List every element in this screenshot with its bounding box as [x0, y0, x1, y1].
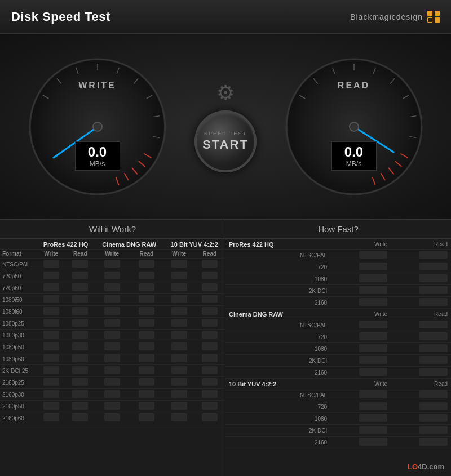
data-cell	[330, 250, 391, 261]
table-row: 2160p25	[0, 377, 225, 389]
format-cell: 1080	[226, 413, 330, 425]
data-cell	[37, 318, 66, 330]
data-cell	[163, 377, 194, 389]
data-cell	[37, 365, 66, 377]
format-cell: 2160	[226, 297, 330, 309]
data-cell	[194, 365, 225, 377]
data-cell	[37, 282, 66, 294]
table-row: 1080p25	[0, 318, 225, 330]
cdng-read-header: Read	[129, 250, 163, 259]
write-col-header: Write	[330, 239, 391, 250]
table-row: 2K DCI	[226, 355, 451, 367]
data-cell	[194, 377, 225, 389]
table-row: 2K DCI	[226, 425, 451, 437]
data-cell	[37, 389, 66, 401]
data-cell	[163, 294, 194, 306]
table-row: ProRes 422 HQWriteRead	[226, 239, 451, 250]
write-gauge: WRITE 0.0 MB/s	[24, 54, 171, 200]
will-it-work-panel: Will it Work? ProRes 422 HQ Cinema DNG R…	[0, 220, 226, 476]
data-cell	[129, 341, 163, 353]
format-cell: 720	[226, 331, 330, 343]
svg-point-35	[350, 122, 359, 131]
data-cell	[95, 401, 129, 412]
data-cell	[163, 318, 194, 330]
will-it-work-header: Will it Work?	[0, 220, 225, 239]
data-cell	[37, 341, 66, 353]
data-cell	[129, 412, 163, 424]
start-button[interactable]: SPEED TEST START	[194, 110, 257, 172]
data-cell	[330, 343, 391, 355]
table-row: NTSC/PAL	[0, 259, 225, 270]
format-cell: 2160p25	[0, 377, 37, 389]
table-row: 2K DCI	[226, 285, 451, 297]
format-cell: 2K DCI	[226, 355, 330, 367]
data-cell	[194, 353, 225, 365]
write-value: 0.0	[83, 144, 112, 160]
data-section: Will it Work? ProRes 422 HQ Cinema DNG R…	[0, 220, 451, 476]
table-row: 2160	[226, 437, 451, 448]
format-cell: 1080p30	[0, 330, 37, 341]
format-cell: 720p50	[0, 270, 37, 282]
read-gauge-label: READ	[281, 81, 427, 91]
data-cell	[391, 319, 451, 331]
table-row: 1080p60	[0, 353, 225, 365]
table-row: 1080i50	[0, 294, 225, 306]
format-cell: 1080i60	[0, 306, 37, 318]
write-col-header: Write	[330, 379, 391, 389]
data-cell	[163, 341, 194, 353]
data-cell	[391, 343, 451, 355]
app-header: Disk Speed Test Blackmagicdesign	[0, 0, 451, 34]
table-row: 2160p50	[0, 401, 225, 412]
data-cell	[129, 389, 163, 401]
data-cell	[95, 318, 129, 330]
settings-icon[interactable]: ⚙	[214, 81, 237, 105]
format-cell: 2160	[226, 437, 330, 448]
data-cell	[95, 294, 129, 306]
table-row: 1080i60	[0, 306, 225, 318]
data-cell	[391, 425, 451, 437]
data-cell	[66, 341, 95, 353]
data-cell	[194, 259, 225, 270]
data-cell	[129, 259, 163, 270]
data-cell	[129, 294, 163, 306]
data-cell	[95, 259, 129, 270]
data-cell	[66, 365, 95, 377]
format-cell: 1080p25	[0, 318, 37, 330]
format-cell: 1080p50	[0, 341, 37, 353]
format-cell: 720	[226, 261, 330, 273]
data-cell	[66, 412, 95, 424]
read-value-box: 0.0 MB/s	[331, 141, 377, 171]
format-cell: 2160p60	[0, 412, 37, 424]
read-col-header: Read	[391, 379, 451, 389]
data-cell	[37, 306, 66, 318]
data-cell	[95, 282, 129, 294]
will-it-work-table: ProRes 422 HQ Cinema DNG RAW 10 Bit YUV …	[0, 239, 225, 424]
data-cell	[37, 401, 66, 412]
write-gauge-svg	[24, 54, 171, 200]
data-cell	[391, 250, 451, 261]
data-cell	[330, 285, 391, 297]
data-cell	[95, 270, 129, 282]
data-cell	[66, 330, 95, 341]
prores-group-header: ProRes 422 HQ	[37, 239, 95, 250]
format-cell: 2160p50	[0, 401, 37, 412]
data-cell	[129, 330, 163, 341]
brand-name: Blackmagicdesign	[350, 12, 423, 21]
table-row: 1080p30	[0, 330, 225, 341]
group-headers-row: ProRes 422 HQ Cinema DNG RAW 10 Bit YUV …	[0, 239, 225, 250]
data-cell	[95, 365, 129, 377]
data-cell	[391, 331, 451, 343]
data-cell	[95, 377, 129, 389]
table-row: 2160p30	[0, 389, 225, 401]
data-cell	[330, 261, 391, 273]
format-cell: 1080	[226, 273, 330, 285]
data-cell	[129, 270, 163, 282]
data-cell	[66, 294, 95, 306]
data-cell	[66, 389, 95, 401]
data-cell	[37, 412, 66, 424]
table-row: 720	[226, 331, 451, 343]
brand-square-3	[427, 17, 432, 23]
group-header-cell: 10 Bit YUV 4:2:2	[226, 379, 330, 389]
data-cell	[163, 412, 194, 424]
data-cell	[129, 306, 163, 318]
